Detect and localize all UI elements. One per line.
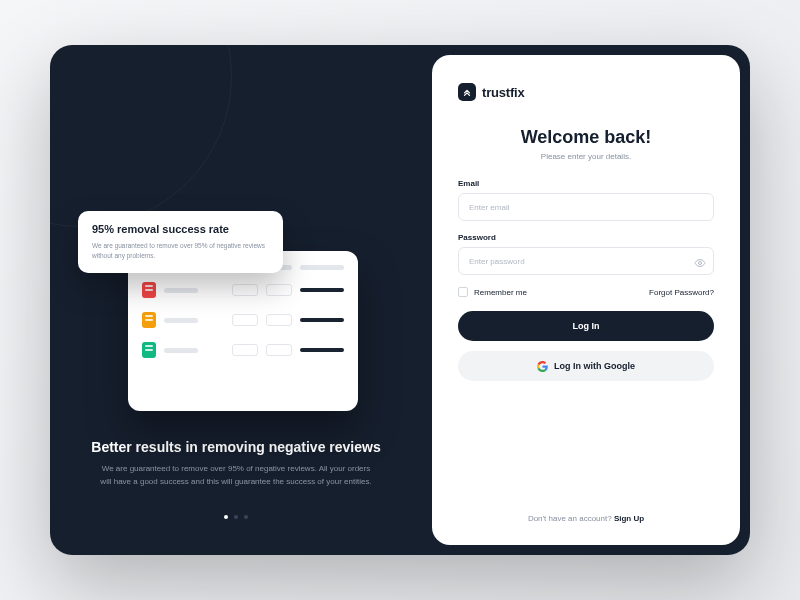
welcome-subtitle: Please enter your details. (458, 152, 714, 161)
signup-row: Don't have an account? Sign Up (458, 514, 714, 523)
remember-me-label: Remember me (474, 288, 527, 297)
callout-title: 95% removal success rate (92, 223, 269, 235)
file-icon (142, 342, 156, 358)
carousel-dot[interactable] (234, 515, 238, 519)
callout-body: We are guaranteed to remove over 95% of … (92, 241, 269, 261)
forgot-password-link[interactable]: Forgot Password? (649, 288, 714, 297)
file-icon (142, 282, 156, 298)
file-icon (142, 312, 156, 328)
google-icon (537, 361, 548, 372)
hero-illustration: 95% removal success rate We are guarante… (106, 215, 366, 415)
carousel-dots[interactable] (224, 515, 248, 519)
auth-panel: trustfix Welcome back! Please enter your… (432, 55, 740, 545)
login-button[interactable]: Log In (458, 311, 714, 341)
table-card (128, 251, 358, 411)
carousel-dot[interactable] (224, 515, 228, 519)
email-field[interactable] (458, 193, 714, 221)
signup-prompt: Don't have an account? (528, 514, 614, 523)
hero-subtitle: We are guaranteed to remove over 95% of … (96, 463, 376, 489)
brand: trustfix (458, 83, 714, 101)
remember-me[interactable]: Remember me (458, 287, 527, 297)
eye-icon[interactable] (694, 255, 706, 267)
remember-me-checkbox[interactable] (458, 287, 468, 297)
brand-name: trustfix (482, 85, 524, 100)
password-label: Password (458, 233, 714, 242)
signup-link[interactable]: Sign Up (614, 514, 644, 523)
hero-panel: 95% removal success rate We are guarante… (50, 45, 422, 555)
stat-callout: 95% removal success rate We are guarante… (78, 211, 283, 273)
carousel-dot[interactable] (244, 515, 248, 519)
hero-title: Better results in removing negative revi… (91, 439, 380, 455)
google-login-label: Log In with Google (554, 361, 635, 371)
password-field[interactable] (458, 247, 714, 275)
email-label: Email (458, 179, 714, 188)
welcome-title: Welcome back! (458, 127, 714, 148)
google-login-button[interactable]: Log In with Google (458, 351, 714, 381)
app-window: 95% removal success rate We are guarante… (50, 45, 750, 555)
brand-logo-icon (458, 83, 476, 101)
svg-point-0 (699, 262, 702, 265)
